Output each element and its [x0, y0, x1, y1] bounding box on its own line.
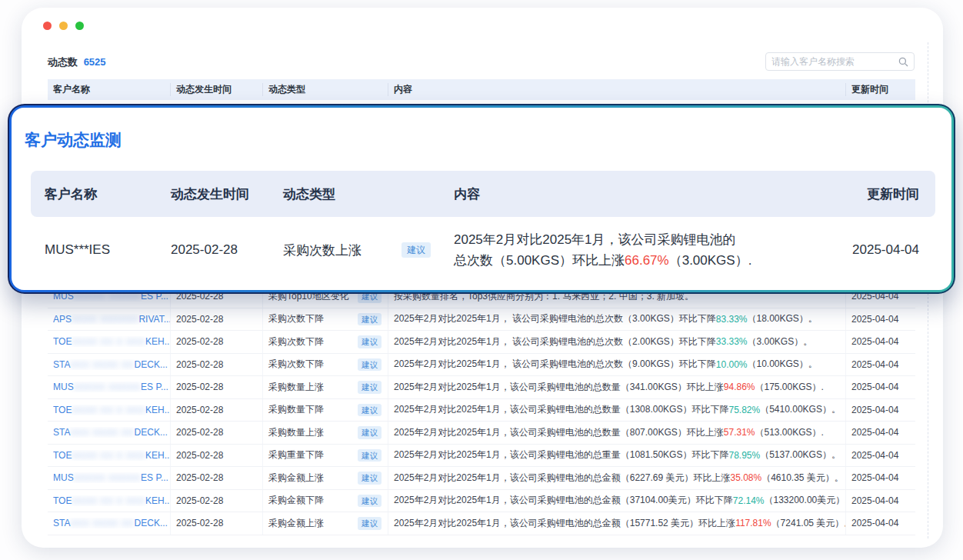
screen: 动态数 6525 客户名称 动态发生时间 动态类型 内容 更新时间 MUSXXX… — [0, 0, 963, 560]
table-row[interactable]: TOEXXXX XX X XXXKEH... 2025-02-28 采购重量下降… — [48, 445, 915, 468]
update-date: 2025-04-04 — [846, 422, 915, 444]
content-text: 2025年2月对比2025年1月， 该公司采购锂电池的总次数（9.00KGS）环… — [388, 354, 846, 376]
suggestion-badge: 建议 — [358, 449, 382, 462]
table-row[interactable]: STAXXX XXXX XXDECK... 2025-02-28 采购金额上涨 … — [48, 512, 915, 535]
customer-name-link[interactable]: MUSXXXXX XXXXXES P... — [53, 382, 168, 392]
table-row[interactable]: TOEXXXX XX X XXXKEH... 2025-02-28 采购数量下降… — [48, 399, 915, 422]
content-post: （133200.00美元）。 — [765, 494, 847, 507]
update-date: 2025-04-04 — [846, 308, 915, 331]
content-pre: 2025年2月对比2025年1月，该公司采购锂电池的总数量（341.00KGS）… — [394, 381, 724, 394]
customer-name-prefix: TOE — [53, 336, 72, 347]
overlay-gradient-border: 客户动态监测 客户名称 动态发生时间 动态类型 内容 更新时间 MUS***IE… — [9, 105, 954, 292]
content-post: （5410.00KGS）。 — [760, 403, 841, 416]
percentage-value: 75.82% — [728, 405, 760, 415]
col-header-customer: 客户名称 — [48, 83, 171, 96]
customer-name-redaction-blur: XXX XXXX XX — [70, 360, 134, 369]
customer-name-suffix: RIVAT... — [138, 314, 170, 325]
close-window-icon[interactable] — [43, 22, 52, 30]
dynamic-type: 采购重量下降 — [268, 448, 324, 462]
content-post: （3.00KGS）。 — [747, 335, 812, 348]
table-row[interactable]: TOEXXXX XX X XXXKEH... 2025-02-28 采购金额下降… — [48, 490, 915, 513]
dynamic-type: 采购数量上涨 — [268, 381, 324, 394]
percentage-value: 78.95% — [728, 450, 760, 461]
content-pre: 2025年2月对比2025年1月，该公司采购锂电池的总金额（6227.69 美元… — [394, 472, 730, 485]
customer-name-suffix: DECK... — [135, 518, 168, 528]
customer-name-redaction-blur: XXX XXXX XX — [70, 518, 134, 528]
update-date: 2025-04-04 — [846, 445, 915, 467]
update-date: 2025-04-04 — [846, 490, 915, 512]
content-pre: 2025年2月对比2025年1月，该公司采购锂电池的总数量（807.00KGS）… — [394, 426, 724, 439]
table-body: MUSXXXXX XXXXXES P... 2025-02-28 采购Top10… — [48, 285, 915, 535]
content-pre: 2025年2月对比2025年1月， 该公司采购锂电池的总次数（3.00KGS）环… — [394, 312, 716, 325]
customer-name-link[interactable]: APSXXXX XXXXXXRIVAT... — [53, 314, 170, 325]
suggestion-badge: 建议 — [358, 381, 382, 394]
content-text: 2025年2月对比2025年1月，该公司采购锂电池的总金额（15771.52 美… — [388, 512, 846, 535]
customer-name-prefix: STA — [53, 427, 70, 438]
suggestion-badge: 建议 — [358, 335, 382, 348]
content-post: （4610.35 美元）。 — [761, 472, 844, 485]
table-row[interactable]: STAXXX XXXX XXDECK... 2025-02-28 采购次数下降 … — [48, 354, 915, 377]
occur-date: 2025-02-28 — [171, 445, 263, 467]
suggestion-badge: 建议 — [358, 472, 382, 485]
table-row[interactable]: MUSXXXXX XXXXXES P... 2025-02-28 采购数量上涨 … — [48, 376, 915, 399]
overlay-occur-date: 2025-02-28 — [171, 242, 283, 258]
minimize-window-icon[interactable] — [59, 22, 68, 30]
customer-search[interactable] — [765, 52, 915, 71]
col-header-content: 内容 — [388, 83, 846, 96]
customer-name-suffix: KEH... — [145, 405, 170, 415]
customer-name-prefix: STA — [53, 518, 70, 528]
customer-name-suffix: ES P... — [141, 382, 168, 392]
content-text: 2025年2月对比2025年1月，该公司采购锂电池的总金额（37104.00美元… — [388, 490, 846, 512]
search-icon[interactable] — [898, 57, 908, 67]
col-header-occur-time: 动态发生时间 — [171, 83, 263, 96]
content-pre: 2025年2月对比2025年1月， 该公司采购锂电池的总次数（9.00KGS）环… — [394, 358, 716, 371]
customer-name-suffix: ES P... — [141, 472, 168, 483]
overlay-percentage-value: 66.67% — [625, 253, 669, 268]
customer-name-link[interactable]: TOEXXXX XX X XXXKEH... — [53, 405, 170, 415]
customer-name-link[interactable]: STAXXX XXXX XXDECK... — [53, 359, 168, 370]
update-date: 2025-04-04 — [846, 467, 915, 489]
dynamic-type: 采购次数下降 — [268, 335, 324, 348]
percentage-value: 72.14% — [733, 495, 765, 506]
customer-name-prefix: APS — [53, 314, 72, 325]
customer-name-redaction-blur: XXXX XX X XXX — [72, 451, 145, 460]
suggestion-badge: 建议 — [358, 358, 382, 372]
suggestion-badge: 建议 — [358, 426, 382, 439]
table-row[interactable]: STAXXX XXXX XXDECK... 2025-02-28 采购数量上涨 … — [48, 422, 915, 445]
detail-overlay-card: 客户动态监测 客户名称 动态发生时间 动态类型 内容 更新时间 MUS***IE… — [8, 104, 955, 294]
overlay-col-customer: 客户名称 — [45, 185, 171, 203]
customer-name-link[interactable]: STAXXX XXXX XXDECK... — [53, 427, 168, 438]
customer-name-link[interactable]: TOEXXXX XX X XXXKEH... — [53, 495, 170, 506]
overlay-content-text: 2025年2月对比2025年1月，该公司采购锂电池的 总次数（5.00KGS）环… — [454, 229, 842, 271]
customer-name-link[interactable]: MUSXXXXX XXXXXES P... — [53, 472, 168, 483]
overlay-data-row[interactable]: MUS***IES 2025-02-28 采购次数上涨 建议 2025年2月对比… — [31, 217, 935, 283]
overlay-content-pre: 总次数（5.00KGS）环比上涨 — [454, 253, 625, 268]
occur-date: 2025-02-28 — [171, 376, 263, 398]
suggestion-badge: 建议 — [358, 517, 382, 530]
customer-name-suffix: DECK... — [135, 427, 168, 438]
dynamic-type: 采购金额下降 — [268, 494, 324, 507]
table-row[interactable]: MUSXXXXX XXXXXES P... 2025-02-28 采购金额上涨 … — [48, 467, 915, 490]
occur-date: 2025-02-28 — [171, 331, 263, 353]
occur-date: 2025-02-28 — [171, 354, 263, 376]
content-text: 2025年2月对比2025年1月， 该公司采购锂电池的总次数（3.00KGS）环… — [388, 308, 846, 331]
dynamic-type: 采购数量下降 — [268, 403, 324, 416]
percentage-value: 117.81% — [735, 518, 771, 528]
maximize-window-icon[interactable] — [75, 22, 84, 30]
content-post: （175.00KGS）. — [755, 381, 824, 394]
customer-name-link[interactable]: TOEXXXX XX X XXXKEH... — [53, 450, 170, 461]
content-text: 2025年2月对比2025年1月，该公司采购锂电池的总数量（1308.00KGS… — [388, 399, 846, 422]
search-input[interactable] — [771, 56, 898, 67]
overlay-header-row: 客户名称 动态发生时间 动态类型 内容 更新时间 — [31, 171, 935, 217]
occur-date: 2025-02-28 — [171, 399, 263, 422]
table-row[interactable]: TOEXXXX XX X XXXKEH... 2025-02-28 采购次数下降… — [48, 331, 915, 354]
customer-name-link[interactable]: TOEXXXX XX X XXXKEH... — [53, 336, 170, 347]
content-text: 2025年2月对比2025年1月，该公司采购锂电池的总金额（6227.69 美元… — [388, 467, 846, 489]
table-row[interactable]: APSXXXX XXXXXXRIVAT... 2025-02-28 采购次数下降… — [48, 308, 915, 332]
overlay-col-content: 内容 — [454, 184, 842, 205]
dynamic-type: 采购金额上涨 — [268, 517, 324, 530]
dynamic-type: 采购次数下降 — [268, 358, 324, 371]
customer-name-link[interactable]: STAXXX XXXX XXDECK... — [53, 518, 168, 528]
content-pre: 2025年2月对比2025年1月，该公司采购锂电池的总金额（15771.52 美… — [394, 517, 735, 530]
update-date: 2025-04-04 — [846, 376, 915, 398]
